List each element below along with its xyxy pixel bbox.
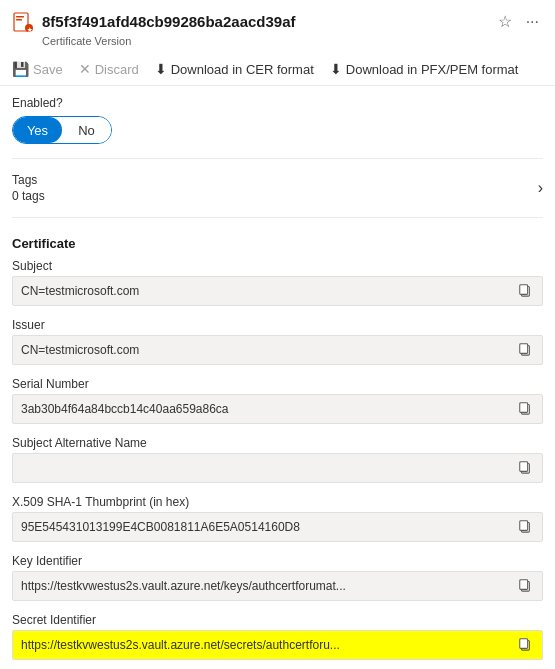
discard-button[interactable]: ✕ Discard xyxy=(79,59,139,79)
certificate-section-title: Certificate xyxy=(0,226,555,255)
download-pfx-icon: ⬇ xyxy=(330,61,342,77)
field-group-4: X.509 SHA-1 Thumbprint (in hex)95E545431… xyxy=(0,491,555,550)
field-label-2: Serial Number xyxy=(12,377,543,391)
field-value-row-6: https://testkvwestus2s.vault.azure.net/s… xyxy=(12,630,543,660)
field-group-0: SubjectCN=testmicrosoft.com xyxy=(0,255,555,314)
no-toggle-button[interactable]: No xyxy=(62,117,111,143)
header: ★ 8f5f3f491afd48cb99286ba2aacd39af ☆ ··· xyxy=(0,0,555,35)
field-label-5: Key Identifier xyxy=(12,554,543,568)
svg-rect-1 xyxy=(16,16,24,18)
tags-count: 0 tags xyxy=(12,189,538,203)
svg-rect-16 xyxy=(520,579,528,589)
header-actions: ☆ ··· xyxy=(494,10,543,33)
field-value-text-6: https://testkvwestus2s.vault.azure.net/s… xyxy=(21,638,516,652)
svg-rect-8 xyxy=(520,343,528,353)
certificate-fields: SubjectCN=testmicrosoft.comIssuerCN=test… xyxy=(0,255,555,668)
svg-rect-10 xyxy=(520,402,528,412)
tags-chevron-icon: › xyxy=(538,179,543,197)
yes-toggle-button[interactable]: Yes xyxy=(13,117,62,143)
field-label-6: Secret Identifier xyxy=(12,613,543,627)
tags-label: Tags xyxy=(12,173,538,187)
svg-rect-2 xyxy=(16,19,22,21)
save-button[interactable]: 💾 Save xyxy=(12,59,63,79)
field-value-text-2: 3ab30b4f64a84bccb14c40aa659a86ca xyxy=(21,402,516,416)
field-group-3: Subject Alternative Name xyxy=(0,432,555,491)
certificate-icon: ★ xyxy=(12,11,34,33)
page-subtitle: Certificate Version xyxy=(0,35,555,47)
download-cer-icon: ⬇ xyxy=(155,61,167,77)
svg-rect-12 xyxy=(520,461,528,471)
field-value-row-2: 3ab30b4f64a84bccb14c40aa659a86ca xyxy=(12,394,543,424)
field-group-5: Key Identifierhttps://testkvwestus2s.vau… xyxy=(0,550,555,609)
copy-button-4[interactable] xyxy=(516,519,534,536)
copy-button-5[interactable] xyxy=(516,578,534,595)
discard-icon: ✕ xyxy=(79,61,91,77)
discard-label: Discard xyxy=(95,62,139,77)
field-label-3: Subject Alternative Name xyxy=(12,436,543,450)
save-label: Save xyxy=(33,62,63,77)
copy-button-6[interactable] xyxy=(516,637,534,654)
enabled-toggle-group: Yes No xyxy=(12,116,112,144)
field-value-row-1: CN=testmicrosoft.com xyxy=(12,335,543,365)
field-value-row-0: CN=testmicrosoft.com xyxy=(12,276,543,306)
field-group-6: Secret Identifierhttps://testkvwestus2s.… xyxy=(0,609,555,668)
field-value-text-5: https://testkvwestus2s.vault.azure.net/k… xyxy=(21,579,516,593)
field-group-1: IssuerCN=testmicrosoft.com xyxy=(0,314,555,373)
field-value-text-4: 95E545431013199E4CB0081811A6E5A0514160D8 xyxy=(21,520,516,534)
divider-1 xyxy=(12,158,543,159)
pin-button[interactable]: ☆ xyxy=(494,10,516,33)
copy-button-2[interactable] xyxy=(516,401,534,418)
svg-rect-18 xyxy=(520,638,528,648)
download-pfx-label: Download in PFX/PEM format xyxy=(346,62,519,77)
svg-rect-6 xyxy=(520,284,528,294)
field-value-row-3 xyxy=(12,453,543,483)
enabled-label: Enabled? xyxy=(12,96,543,110)
download-cer-label: Download in CER format xyxy=(171,62,314,77)
field-label-4: X.509 SHA-1 Thumbprint (in hex) xyxy=(12,495,543,509)
field-value-text-0: CN=testmicrosoft.com xyxy=(21,284,516,298)
field-value-row-4: 95E545431013199E4CB0081811A6E5A0514160D8 xyxy=(12,512,543,542)
copy-button-3[interactable] xyxy=(516,460,534,477)
divider-2 xyxy=(12,217,543,218)
field-value-text-1: CN=testmicrosoft.com xyxy=(21,343,516,357)
save-icon: 💾 xyxy=(12,61,29,77)
toolbar: 💾 Save ✕ Discard ⬇ Download in CER forma… xyxy=(0,53,555,86)
download-pfx-button[interactable]: ⬇ Download in PFX/PEM format xyxy=(330,59,519,79)
enabled-section: Enabled? Yes No xyxy=(0,86,555,150)
copy-button-1[interactable] xyxy=(516,342,534,359)
field-label-0: Subject xyxy=(12,259,543,273)
more-options-button[interactable]: ··· xyxy=(522,10,543,33)
tags-section[interactable]: Tags 0 tags › xyxy=(0,167,555,209)
svg-rect-14 xyxy=(520,520,528,530)
field-label-1: Issuer xyxy=(12,318,543,332)
field-group-2: Serial Number3ab30b4f64a84bccb14c40aa659… xyxy=(0,373,555,432)
download-cer-button[interactable]: ⬇ Download in CER format xyxy=(155,59,314,79)
tags-content: Tags 0 tags xyxy=(12,173,538,203)
page-title: 8f5f3f491afd48cb99286ba2aacd39af xyxy=(42,13,486,30)
copy-button-0[interactable] xyxy=(516,283,534,300)
field-value-row-5: https://testkvwestus2s.vault.azure.net/k… xyxy=(12,571,543,601)
